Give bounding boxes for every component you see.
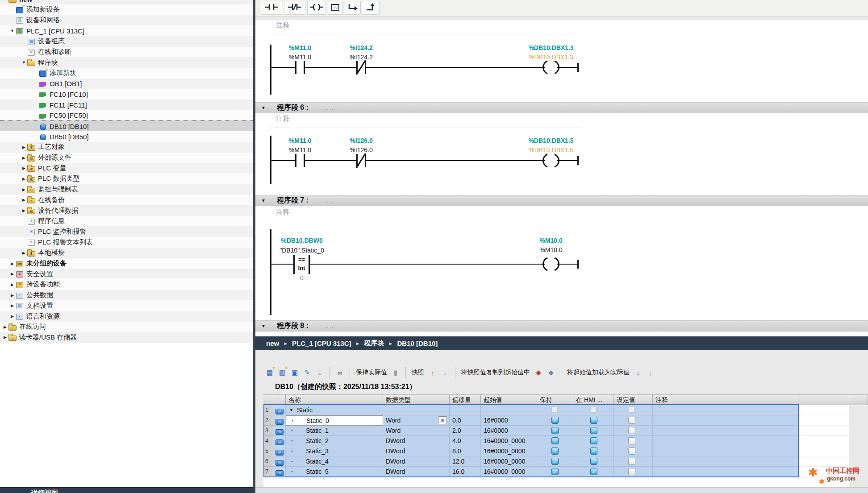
tree-item[interactable]: ▼程序块: [0, 57, 253, 68]
tree-item[interactable]: FC11 [FC11]: [0, 99, 253, 110]
no-contact-symbol[interactable]: [295, 61, 305, 74]
tree-item[interactable]: V在线和诊断: [0, 47, 253, 58]
tree-item[interactable]: ▶◐语言和资源: [0, 311, 253, 322]
cell-comment[interactable]: [653, 415, 798, 426]
cell-start[interactable]: 16#0000: [481, 426, 537, 436]
tree-item[interactable]: ▶▯读卡器/USB 存储器: [0, 332, 253, 343]
tree-item[interactable]: ▶▫公共数据: [0, 290, 253, 301]
cell-comment[interactable]: [653, 467, 798, 477]
cell-comment[interactable]: [653, 426, 798, 436]
retain-checkbox[interactable]: ✓: [551, 468, 559, 475]
db-toolbar-button[interactable]: 将快照值复制到起始值中: [461, 369, 530, 377]
cell-type[interactable]: DWord: [383, 436, 450, 446]
cell-name[interactable]: ▪Static_5: [286, 467, 383, 477]
column-header-setpoint[interactable]: 设定值: [614, 394, 653, 405]
db-toolbar-button[interactable]: 快照: [412, 369, 424, 377]
contact-tag[interactable]: %I126.0: [323, 137, 399, 144]
cell-name[interactable]: ▼Static: [286, 405, 383, 415]
coil-symbol[interactable]: [540, 59, 562, 77]
copy-snapshot-icon[interactable]: ◆: [533, 367, 544, 378]
db-toolbar-button[interactable]: 将起始值加载为实际值: [567, 369, 630, 377]
tree-item[interactable]: ▶▣PLC 数据类型: [0, 174, 253, 184]
tree-item[interactable]: ▼▥PLC_1 [CPU 313C]: [0, 25, 253, 36]
expand-right-icon[interactable]: ▶: [9, 272, 16, 276]
tree-item[interactable]: ▶▮本地模块: [0, 248, 253, 258]
cell-start[interactable]: 16#0000: [481, 415, 537, 426]
coil-symbol[interactable]: [540, 153, 562, 170]
load-start2-icon[interactable]: ↓: [645, 367, 656, 378]
cell-type[interactable]: DWord: [383, 456, 450, 467]
cell-type[interactable]: DWord: [383, 467, 450, 477]
compare-value[interactable]: 0: [264, 274, 339, 282]
column-header-comment[interactable]: 注释: [653, 394, 798, 405]
hmi-checkbox[interactable]: ✓: [590, 468, 597, 475]
tree-item[interactable]: ▶▰PLC 变量: [0, 163, 253, 174]
tree-item[interactable]: ▶✱工艺对象: [0, 142, 253, 153]
setpoint-checkbox[interactable]: [628, 437, 635, 444]
cell-start[interactable]: 16#0000_0000: [481, 456, 537, 467]
tree-item[interactable]: ▶▤文档设置: [0, 300, 253, 311]
snapshot-copy-down-icon[interactable]: ↓: [440, 367, 451, 378]
cell-comment[interactable]: [653, 446, 798, 456]
setpoint-checkbox[interactable]: [628, 427, 635, 434]
copy-snapshot2-icon[interactable]: ◆: [546, 367, 556, 378]
cell-offset[interactable]: 2.0: [450, 426, 481, 436]
expand-right-icon[interactable]: ▶: [21, 145, 27, 149]
retain-checkbox[interactable]: ✓: [551, 437, 559, 444]
tree-item[interactable]: OB1 [OB1]: [0, 79, 253, 89]
tree-item[interactable]: ▶▦设备代理数据: [0, 205, 253, 216]
cell-offset[interactable]: 4.0: [450, 436, 481, 446]
setpoint-checkbox[interactable]: [628, 417, 635, 424]
coil-symbol[interactable]: [540, 256, 562, 274]
tree-item[interactable]: DB50 [DB50]: [0, 131, 253, 142]
hmi-checkbox[interactable]: ✓: [590, 427, 597, 434]
tree-item[interactable]: i程序信息: [0, 216, 253, 227]
cell-name[interactable]: ▪Static_2: [286, 436, 383, 446]
cell-type[interactable]: Word: [383, 426, 450, 436]
group-collapse-icon[interactable]: ▼: [289, 405, 293, 415]
expand-right-icon[interactable]: ▶: [9, 282, 16, 287]
hmi-checkbox[interactable]: ✓: [590, 417, 597, 424]
expand-down-icon[interactable]: ▼: [2, 0, 8, 1]
tree-item[interactable]: ▶▤外部源文件: [0, 153, 253, 163]
network-collapse-icon[interactable]: ▼: [261, 323, 266, 328]
type-dropdown-button[interactable]: ≡: [438, 416, 447, 424]
cell-offset[interactable]: 8.0: [450, 446, 481, 456]
expand-right-icon[interactable]: ▶: [9, 261, 16, 266]
network-comment[interactable]: 注释: [276, 115, 289, 123]
nc-contact-button[interactable]: [284, 1, 305, 15]
expand-right-icon[interactable]: ▶: [21, 166, 27, 170]
tree-item[interactable]: ▶●在线备份: [0, 195, 253, 205]
details-view-bar[interactable]: 详细视图: [0, 487, 253, 493]
cell-offset[interactable]: 12.0: [450, 456, 481, 467]
cell-type[interactable]: DWord: [383, 446, 450, 456]
network-header[interactable]: ▼程序段 8 :.....: [255, 320, 868, 331]
no-contact-button[interactable]: [261, 1, 282, 15]
tree-item[interactable]: ▶●安全设置: [0, 269, 253, 279]
network-comment[interactable]: 注释: [276, 208, 289, 217]
nc-contact-symbol[interactable]: [356, 61, 366, 74]
expand-right-icon[interactable]: ▶: [21, 208, 27, 213]
retain-checkbox[interactable]: ✓: [551, 458, 559, 465]
expand-right-icon[interactable]: ▶: [9, 293, 16, 298]
add-row-icon[interactable]: ▤★: [264, 367, 275, 378]
breadcrumb-item[interactable]: new: [266, 340, 279, 347]
retain-icon[interactable]: ▮: [390, 367, 401, 378]
column-header-retain[interactable]: 保持: [537, 394, 573, 405]
cell-name[interactable]: ▪Static_3: [286, 446, 383, 456]
tree-item[interactable]: ★添加新设备: [0, 4, 253, 15]
empty-box-button[interactable]: ??: [328, 1, 343, 15]
expand-right-icon[interactable]: ▶: [21, 177, 27, 181]
coil-tag[interactable]: %DB10.DBX1.3: [513, 44, 589, 51]
coil-button[interactable]: [307, 1, 326, 15]
snapshot-copy-up-icon[interactable]: ↑: [427, 367, 438, 378]
retain-checkbox[interactable]: ✓: [551, 447, 559, 455]
expand-right-icon[interactable]: ▶: [2, 335, 8, 340]
close-branch-button[interactable]: [362, 1, 380, 15]
cell-name[interactable]: ▪Static_4: [286, 456, 383, 467]
expand-right-icon[interactable]: ▶: [21, 198, 27, 202]
keep-actual-values-icon[interactable]: ▣: [289, 367, 300, 378]
hmi-checkbox[interactable]: ✓: [590, 447, 597, 455]
column-header-type[interactable]: 数据类型: [383, 394, 450, 405]
expand-down-icon[interactable]: ▼: [21, 60, 27, 65]
